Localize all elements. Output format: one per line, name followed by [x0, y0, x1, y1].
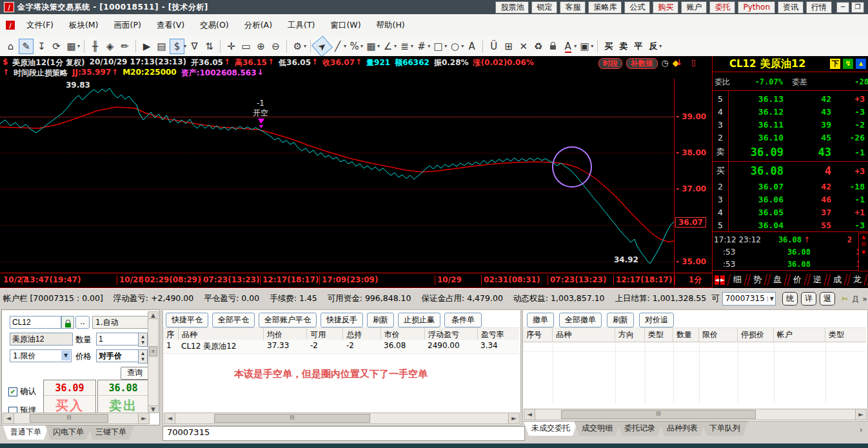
- scroll-up-icon[interactable]: ▲: [148, 312, 158, 319]
- menu-file[interactable]: 文件(F): [19, 20, 61, 31]
- tab-dragon[interactable]: 龙: [847, 274, 867, 286]
- delete-icon[interactable]: ✕: [517, 39, 530, 54]
- draw-pen-icon[interactable]: ✎: [19, 39, 34, 54]
- rect-tool-icon[interactable]: □: [431, 39, 445, 54]
- quick-reverse-button[interactable]: 快捷反手: [321, 313, 363, 327]
- refresh-button[interactable]: 刷新: [367, 313, 394, 327]
- minimize-button[interactable]: ─: [836, 2, 849, 13]
- trash-icon[interactable]: ♻: [531, 39, 545, 54]
- money-caret-icon[interactable]: ▾: [184, 43, 186, 49]
- pin-icon[interactable]: Д: [852, 294, 858, 304]
- ask-row-1[interactable]: 卖36.09 43-1: [713, 144, 868, 161]
- scroll-up-icon[interactable]: ▲: [859, 233, 868, 241]
- tick-scrollbar[interactable]: ▲ III ▼: [858, 233, 868, 271]
- sort-badge-icon[interactable]: ▲: [856, 59, 866, 69]
- scroll-down-icon[interactable]: ▼: [148, 405, 158, 413]
- save-caret-icon[interactable]: ▾: [591, 43, 593, 49]
- kline-icon[interactable]: ╫: [88, 39, 102, 54]
- menu-view[interactable]: 查看(V): [149, 20, 192, 31]
- channel-caret-icon[interactable]: ▾: [411, 43, 413, 49]
- measure-icon[interactable]: ▭: [239, 39, 253, 54]
- lock-button[interactable]: 锁定: [531, 1, 557, 14]
- sell-button[interactable]: 36.08 卖出: [97, 380, 149, 413]
- lock-tool-icon[interactable]: [546, 39, 560, 54]
- scroll-grip[interactable]: ≡: [149, 346, 157, 356]
- bid-row-2[interactable]: 236.07 42-18: [713, 180, 868, 193]
- position-row[interactable]: 1 CL12 美原油12 37.33 -2 -2 36.08 2490.00 3…: [163, 340, 519, 354]
- positions-hscroll[interactable]: ◄ III ►: [164, 413, 520, 424]
- cancel-all-button[interactable]: 全部撤单: [559, 313, 602, 327]
- scroll-right-icon[interactable]: ►: [138, 413, 149, 424]
- window-box-icon[interactable]: ▯: [691, 58, 696, 67]
- pitchfork-icon[interactable]: #: [415, 39, 428, 54]
- scroll-grip[interactable]: III: [214, 414, 370, 423]
- scroll-grip[interactable]: III: [30, 414, 108, 423]
- text-tool-icon[interactable]: A: [465, 39, 478, 54]
- tab-reverse[interactable]: 逆: [807, 274, 827, 286]
- order-panel-hscroll[interactable]: ◄ III ►: [3, 413, 150, 424]
- settings-caret-icon[interactable]: ▾: [304, 43, 306, 49]
- browse-button[interactable]: ..: [75, 316, 90, 329]
- magnet-icon[interactable]: Ü: [487, 39, 500, 54]
- ask-row-5[interactable]: 536.13 42+3: [713, 92, 868, 105]
- support-button[interactable]: 客服: [560, 1, 586, 14]
- scroll-right-icon[interactable]: ►: [508, 413, 519, 424]
- chart-panel[interactable]: $ 美原油12(1分 复权) 20/10/29 17:13(23:13) 开36…: [0, 56, 712, 288]
- confirm-checkbox[interactable]: ✔ 确认: [8, 386, 36, 397]
- rect-caret-icon[interactable]: ▾: [444, 43, 447, 49]
- close-all-accounts-button[interactable]: 全部账户平仓: [259, 313, 317, 327]
- tab-price[interactable]: 价: [787, 274, 807, 286]
- down-badge-icon[interactable]: 下: [830, 59, 840, 69]
- price-input[interactable]: [96, 349, 140, 362]
- bid-row-3[interactable]: 336.06 46-1: [713, 193, 868, 206]
- cancel-order-button[interactable]: 撤单: [527, 313, 554, 327]
- ask-row-2[interactable]: 236.10 45-26: [713, 131, 868, 144]
- scroll-grip[interactable]: III: [561, 410, 756, 419]
- formula-button[interactable]: 公式: [624, 1, 650, 14]
- scroll-right-icon[interactable]: ►: [855, 409, 866, 420]
- combo-arrow-icon[interactable]: ▼: [767, 296, 774, 302]
- circle-tool-icon[interactable]: ○: [448, 39, 462, 54]
- quick-close-position-button[interactable]: 快捷平仓: [166, 313, 208, 327]
- orders-hscroll[interactable]: ◄ III ►: [524, 409, 867, 420]
- download-icon[interactable]: ↧: [35, 39, 48, 54]
- period-label[interactable]: 1分: [675, 275, 712, 285]
- quick-sell-button[interactable]: 卖: [619, 41, 627, 52]
- corner-chevron-icon[interactable]: ›: [860, 425, 863, 434]
- chase-price-button[interactable]: 对价追: [639, 313, 674, 327]
- gann-grid-icon[interactable]: ▦: [364, 39, 378, 54]
- bid-row-4[interactable]: 436.05 37+1: [713, 206, 868, 219]
- scroll-left-icon[interactable]: ◄: [3, 413, 14, 424]
- replay-icon[interactable]: ▶: [140, 39, 153, 54]
- tab-deals[interactable]: 成: [827, 274, 847, 286]
- menu-tools[interactable]: 工具(T): [280, 20, 322, 31]
- tab-tick-detail[interactable]: 细: [727, 274, 747, 286]
- menu-trade[interactable]: 交易(O): [192, 20, 237, 31]
- percent-caret-icon[interactable]: ▾: [360, 43, 363, 49]
- scroll-down-marker-icon[interactable]: ↓: [676, 58, 682, 67]
- symbol-input[interactable]: [10, 316, 61, 329]
- menu-analysis[interactable]: 分析(A): [237, 20, 280, 31]
- close-all-button[interactable]: 全部平仓: [212, 313, 255, 327]
- ask-row-4[interactable]: 436.12 43-3: [713, 105, 868, 118]
- price-stepper[interactable]: ▲▼: [138, 349, 148, 364]
- account-button[interactable]: 账户: [681, 1, 707, 14]
- tab-pending-orders[interactable]: 未成交委托: [524, 421, 578, 436]
- tab-scroll-left-icon[interactable]: ◄: [715, 275, 719, 285]
- move-icon[interactable]: ✛: [224, 39, 238, 54]
- quick-reverse-button[interactable]: 反: [649, 41, 657, 52]
- angle-icon[interactable]: ∠: [381, 39, 395, 54]
- qty-input[interactable]: [96, 333, 140, 346]
- tab-order-record[interactable]: 委托记录: [616, 421, 663, 436]
- tab-filled-detail[interactable]: 成交明细: [574, 421, 620, 436]
- zoom-out-icon[interactable]: ⊖: [269, 39, 282, 54]
- percent-icon[interactable]: %: [348, 39, 361, 54]
- settings-icon[interactable]: ⚙: [291, 39, 304, 54]
- session-button[interactable]: 时段: [598, 58, 622, 69]
- tab-symbol-list[interactable]: 品种列表: [659, 421, 705, 436]
- account-selector[interactable]: 70007315▼: [722, 292, 776, 306]
- refresh-orders-button[interactable]: 刷新: [607, 313, 634, 327]
- buy-button[interactable]: 36.09 买入: [43, 380, 96, 413]
- refresh-icon[interactable]: ⟳: [50, 39, 63, 54]
- ask-row-3[interactable]: 336.11 39-2: [713, 118, 868, 131]
